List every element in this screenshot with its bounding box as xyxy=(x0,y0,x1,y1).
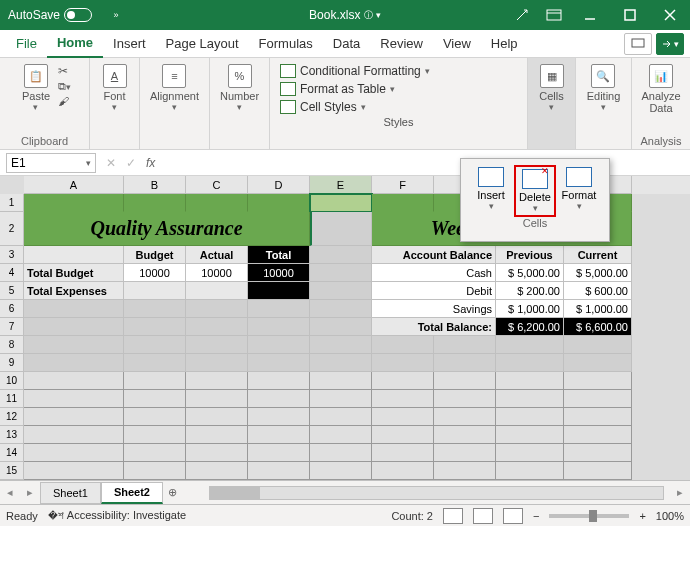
tab-help[interactable]: Help xyxy=(481,30,528,58)
cancel-icon[interactable]: ✕ xyxy=(106,156,116,170)
cellstyle-icon xyxy=(280,100,296,114)
document-title: Book.xlsxⓘ ▾ xyxy=(309,8,381,22)
titlebar: AutoSave » Book.xlsxⓘ ▾ xyxy=(0,0,690,30)
insert-icon xyxy=(478,167,504,187)
zoom-out-button[interactable]: − xyxy=(533,510,539,522)
paste-button[interactable]: 📋 Paste▾ xyxy=(18,62,54,114)
tab-review[interactable]: Review xyxy=(370,30,433,58)
cut-icon[interactable]: ✂ xyxy=(58,64,71,78)
svg-rect-6 xyxy=(632,39,644,47)
format-painter-icon[interactable]: 🖌 xyxy=(58,95,71,107)
cells-icon: ▦ xyxy=(540,64,564,88)
name-box[interactable]: E1▾ xyxy=(6,153,96,173)
cell-styles-button[interactable]: Cell Styles▾ xyxy=(280,98,517,116)
file-menu[interactable]: File xyxy=(6,36,47,51)
active-cell-e1 xyxy=(310,194,372,212)
alignment-button[interactable]: ≡Alignment▾ xyxy=(146,62,203,114)
status-ready: Ready xyxy=(6,510,38,522)
tab-nav-left[interactable]: ◂ xyxy=(0,486,20,499)
alignment-icon: ≡ xyxy=(162,64,186,88)
share-button[interactable]: ▾ xyxy=(656,33,684,55)
accessibility-status[interactable]: �শ Accessibility: Investigate xyxy=(48,509,186,522)
page-break-view-icon[interactable] xyxy=(503,508,523,524)
maximize-button[interactable] xyxy=(610,0,650,30)
ribbon-display-icon[interactable] xyxy=(538,0,570,30)
cells-popup-label: Cells xyxy=(523,217,547,231)
sheet-tab-2[interactable]: Sheet2 xyxy=(101,482,163,504)
percent-icon: % xyxy=(228,64,252,88)
analyze-icon: 📊 xyxy=(649,64,673,88)
page-layout-view-icon[interactable] xyxy=(473,508,493,524)
svg-rect-3 xyxy=(625,10,635,20)
status-bar: Ready �শ Accessibility: Investigate Coun… xyxy=(0,504,690,526)
table-icon xyxy=(280,82,296,96)
insert-cells-button[interactable]: Insert▾ xyxy=(470,165,512,217)
close-button[interactable] xyxy=(650,0,690,30)
tab-view[interactable]: View xyxy=(433,30,481,58)
font-icon: A xyxy=(103,64,127,88)
tab-page-layout[interactable]: Page Layout xyxy=(156,30,249,58)
copy-icon[interactable]: ⧉▾ xyxy=(58,80,71,93)
count-status: Count: 2 xyxy=(391,510,433,522)
tab-data[interactable]: Data xyxy=(323,30,370,58)
tab-home[interactable]: Home xyxy=(47,30,103,58)
cells-button[interactable]: ▦Cells▾ xyxy=(535,62,567,114)
editing-button[interactable]: 🔍Editing▾ xyxy=(583,62,625,114)
sheet-tabs: ◂ ▸ Sheet1 Sheet2 ⊕ ▸ xyxy=(0,480,690,504)
comments-button[interactable] xyxy=(624,33,652,55)
font-button[interactable]: AFont▾ xyxy=(99,62,131,114)
analysis-label: Analysis xyxy=(641,135,682,147)
conditional-formatting-button[interactable]: Conditional Formatting▾ xyxy=(280,62,517,80)
delete-icon xyxy=(522,169,548,189)
zoom-in-button[interactable]: + xyxy=(639,510,645,522)
zoom-slider[interactable] xyxy=(549,514,629,518)
cells-dropdown-popup: Insert▾ Delete▾ Format▾ Cells xyxy=(460,158,610,242)
ribbon-tabs: File Home Insert Page Layout Formulas Da… xyxy=(0,30,690,58)
tab-formulas[interactable]: Formulas xyxy=(249,30,323,58)
enter-icon[interactable]: ✓ xyxy=(126,156,136,170)
row-headers[interactable]: 1 2 3 4 5 6 7 8 9 10 11 12 13 14 15 xyxy=(0,194,24,480)
tab-insert[interactable]: Insert xyxy=(103,30,156,58)
quick-access-chevron[interactable]: » xyxy=(100,0,132,30)
normal-view-icon[interactable] xyxy=(443,508,463,524)
format-as-table-button[interactable]: Format as Table▾ xyxy=(280,80,517,98)
editing-icon: 🔍 xyxy=(591,64,615,88)
cf-icon xyxy=(280,64,296,78)
horizontal-scrollbar[interactable] xyxy=(209,486,664,500)
styles-label: Styles xyxy=(280,116,517,128)
add-sheet-button[interactable]: ⊕ xyxy=(163,486,183,499)
coming-soon-icon[interactable] xyxy=(506,0,538,30)
svg-rect-0 xyxy=(547,10,561,20)
analyze-data-button[interactable]: 📊Analyze Data xyxy=(637,62,684,116)
format-icon xyxy=(566,167,592,187)
number-button[interactable]: %Number▾ xyxy=(216,62,263,114)
sheet-tab-1[interactable]: Sheet1 xyxy=(40,482,101,504)
format-cells-button[interactable]: Format▾ xyxy=(558,165,600,217)
fx-icon[interactable]: fx xyxy=(146,156,155,170)
banner-qa: Quality Assurance xyxy=(90,217,242,240)
autosave-toggle[interactable]: AutoSave xyxy=(0,8,100,22)
ribbon: 📋 Paste▾ ✂ ⧉▾ 🖌 Clipboard AFont▾ ≡Alignm… xyxy=(0,58,690,150)
zoom-level[interactable]: 100% xyxy=(656,510,684,522)
minimize-button[interactable] xyxy=(570,0,610,30)
delete-cells-button[interactable]: Delete▾ xyxy=(514,165,556,217)
clipboard-label: Clipboard xyxy=(21,135,68,147)
tab-nav-right[interactable]: ▸ xyxy=(20,486,40,499)
clipboard-icon: 📋 xyxy=(24,64,48,88)
